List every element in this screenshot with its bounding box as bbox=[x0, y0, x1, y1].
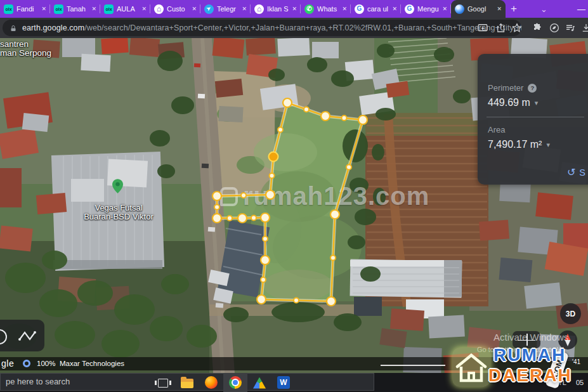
close-tab-icon[interactable]: ✕ bbox=[242, 6, 247, 12]
perimeter-unit-dropdown-icon[interactable]: ▾ bbox=[535, 99, 539, 107]
browser-toolbar: earth.google.com/web/search/Dewantara+Sp… bbox=[0, 18, 588, 38]
url-host: earth.google.com bbox=[22, 23, 84, 32]
firefox-icon[interactable] bbox=[199, 373, 223, 392]
tab-label: cara ul bbox=[367, 5, 389, 13]
word-icon[interactable] bbox=[271, 373, 296, 392]
close-tab-icon[interactable]: ✕ bbox=[292, 6, 297, 12]
tab-label: Tanah bbox=[67, 5, 88, 13]
help-icon[interactable]: ? bbox=[528, 84, 537, 93]
bookmark-star-icon[interactable] bbox=[511, 22, 523, 34]
browser-tab[interactable]: cara ul ✕ bbox=[351, 0, 401, 18]
area-unit-dropdown-icon[interactable]: ▾ bbox=[546, 141, 550, 149]
close-tab-icon[interactable]: ✕ bbox=[497, 6, 502, 12]
zoom-level: 100% bbox=[37, 360, 55, 367]
close-tab-icon[interactable]: ✕ bbox=[442, 6, 447, 12]
minimize-button[interactable]: — bbox=[577, 0, 585, 18]
telegram-icon bbox=[204, 4, 214, 14]
home-icon bbox=[154, 4, 164, 14]
place-label-taman-serpong: man Serpong bbox=[0, 48, 51, 58]
perimeter-label: Perimeter bbox=[488, 83, 523, 93]
google-icon bbox=[405, 4, 414, 14]
close-tab-icon[interactable]: ✕ bbox=[91, 6, 96, 12]
close-tab-icon[interactable]: ✕ bbox=[41, 6, 46, 12]
google-logo-fragment: gle bbox=[1, 358, 14, 369]
olx-icon bbox=[104, 4, 114, 14]
language-indicator[interactable]: INTL bbox=[551, 373, 566, 392]
tab-label: Iklan S bbox=[267, 5, 289, 13]
map-pin-icon[interactable] bbox=[112, 179, 123, 193]
activate-windows-text: Activate Windows bbox=[493, 332, 568, 343]
map-viewport[interactable]: rumah123.com santren man Serpong Vegas F… bbox=[0, 38, 588, 392]
panel-divider bbox=[487, 117, 584, 117]
new-tab-button[interactable]: + bbox=[506, 0, 522, 18]
close-tab-icon[interactable]: ✕ bbox=[392, 6, 397, 12]
ruler-zigzag-icon bbox=[18, 329, 38, 342]
imagery-provider: Maxar Technologies bbox=[60, 360, 124, 367]
tab-label: Mengu bbox=[417, 5, 439, 13]
perimeter-value: 449.69 m bbox=[488, 97, 530, 108]
share-icon[interactable] bbox=[495, 22, 507, 34]
tab-label: Whats bbox=[317, 5, 339, 13]
attribution-bar: gle 100% Maxar Technologies '41 bbox=[0, 357, 588, 370]
pin-label-line2: Buaran-BSD Viktor bbox=[49, 212, 188, 221]
pin-label-line1: Vegas Futsal bbox=[49, 203, 188, 212]
home-icon bbox=[254, 4, 264, 14]
tab-label: AULA bbox=[117, 5, 138, 13]
extensions-puzzle-icon[interactable] bbox=[532, 22, 544, 34]
place-label-pesantren: santren bbox=[0, 39, 29, 49]
file-explorer-icon[interactable] bbox=[175, 373, 199, 392]
browser-tab[interactable]: Telegr ✕ bbox=[200, 0, 251, 18]
close-tab-icon[interactable]: ✕ bbox=[192, 6, 197, 12]
measurement-panel: Perimeter ? 449.69 m ▾ Area 7,490.17 m² … bbox=[478, 54, 588, 185]
browser-tab[interactable]: AULA ✕ bbox=[100, 0, 150, 18]
google-icon bbox=[355, 4, 364, 14]
rumah123-logo-glyph bbox=[220, 187, 238, 206]
chrome-icon[interactable] bbox=[223, 373, 247, 392]
tab-label: Fandi bbox=[16, 5, 38, 13]
toggle-3d-button[interactable]: 3D bbox=[560, 303, 581, 324]
extension-badge-icon[interactable] bbox=[549, 22, 560, 34]
browser-tab[interactable]: Mengu ✕ bbox=[401, 0, 451, 18]
earth-icon bbox=[455, 4, 464, 14]
olx-icon bbox=[54, 4, 63, 14]
whatsapp-icon bbox=[304, 4, 314, 14]
downloads-icon[interactable] bbox=[580, 22, 588, 34]
windows-taskbar: pe here to search INTL 05 bbox=[0, 373, 588, 392]
browser-window: Fandi ✕ Tanah ✕ AULA ✕ Custo ✕ Telegr ✕ bbox=[0, 0, 588, 392]
chevron-down-icon[interactable]: ⌄ bbox=[540, 0, 547, 18]
tab-list: Fandi ✕ Tanah ✕ AULA ✕ Custo ✕ Telegr ✕ bbox=[0, 0, 506, 18]
url-path: /web/search/Dewantara+Sport+Center,+Vict… bbox=[84, 23, 521, 32]
restart-measurement-button[interactable]: ↺ S bbox=[567, 166, 585, 178]
camera-status-icon[interactable] bbox=[23, 360, 30, 367]
tab-label: Custo bbox=[167, 5, 188, 13]
browser-tab[interactable]: Whats ✕ bbox=[301, 0, 351, 18]
area-label: Area bbox=[488, 125, 505, 134]
lock-icon bbox=[10, 23, 17, 32]
task-view-icon[interactable] bbox=[151, 373, 175, 392]
clock-fragment[interactable]: 05 bbox=[576, 373, 584, 392]
browser-tab[interactable]: Tanah ✕ bbox=[50, 0, 100, 18]
scale-bar bbox=[381, 365, 445, 366]
close-tab-icon[interactable]: ✕ bbox=[141, 6, 147, 12]
coordinates-fragment: '41 bbox=[572, 358, 580, 365]
google-drive-icon[interactable] bbox=[247, 373, 271, 392]
close-tab-icon[interactable]: ✕ bbox=[342, 6, 347, 12]
media-playlist-icon[interactable] bbox=[565, 22, 576, 34]
browser-tab[interactable]: Googl ✕ bbox=[451, 0, 506, 18]
activate-windows-subtext: Go to Settings to activate W bbox=[477, 346, 563, 353]
olx-icon bbox=[4, 4, 13, 14]
browser-tab[interactable]: Custo ✕ bbox=[150, 0, 200, 18]
restart-label-fragment: S bbox=[579, 167, 585, 178]
area-value: 7,490.17 m² bbox=[488, 139, 542, 150]
url-text: earth.google.com/web/search/Dewantara+Sp… bbox=[22, 23, 521, 32]
address-bar[interactable]: earth.google.com/web/search/Dewantara+Sp… bbox=[3, 20, 521, 36]
undo-icon: ↺ bbox=[567, 166, 575, 178]
rumah123-watermark: rumah123.com bbox=[220, 182, 429, 211]
taskbar-icon-row bbox=[151, 373, 296, 392]
browser-tab[interactable]: Iklan S ✕ bbox=[251, 0, 301, 18]
tab-strip: Fandi ✕ Tanah ✕ AULA ✕ Custo ✕ Telegr ✕ bbox=[0, 0, 588, 18]
tab-label: Googl bbox=[467, 5, 493, 13]
send-to-device-icon[interactable] bbox=[477, 22, 488, 34]
browser-tab[interactable]: Fandi ✕ bbox=[0, 0, 50, 18]
tab-label: Telegr bbox=[217, 5, 238, 13]
